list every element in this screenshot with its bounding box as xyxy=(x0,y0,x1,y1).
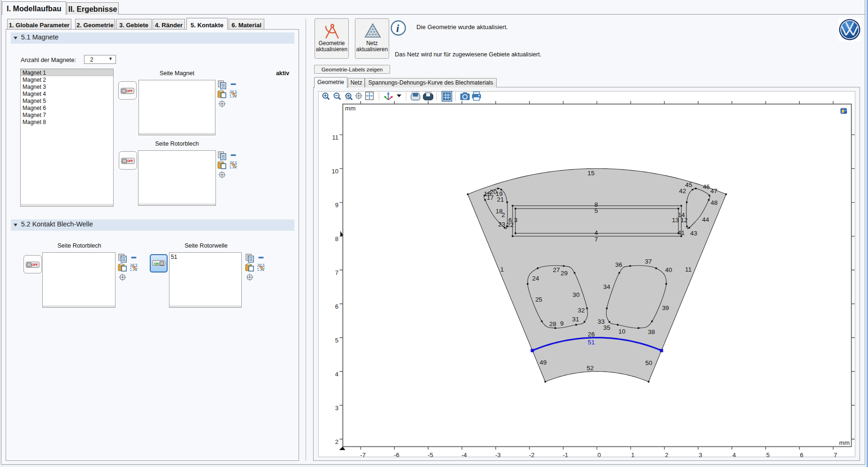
svg-text:7: 7 xyxy=(594,236,598,243)
svg-text:17: 17 xyxy=(487,194,494,201)
svg-text:-4: -4 xyxy=(461,451,467,459)
svg-text:21: 21 xyxy=(497,196,504,203)
svg-text:32: 32 xyxy=(578,307,585,314)
svg-text:mm: mm xyxy=(345,105,356,112)
svg-text:39: 39 xyxy=(662,304,669,311)
svg-text:48: 48 xyxy=(711,199,718,206)
svg-text:5: 5 xyxy=(335,337,338,344)
svg-text:9: 9 xyxy=(560,320,563,327)
svg-text:2: 2 xyxy=(501,211,505,218)
svg-text:15: 15 xyxy=(588,170,595,177)
svg-text:43: 43 xyxy=(690,230,697,237)
svg-text:2: 2 xyxy=(335,438,338,445)
svg-text:4: 4 xyxy=(335,371,338,378)
svg-text:7: 7 xyxy=(335,269,338,276)
svg-text:5: 5 xyxy=(594,207,598,214)
svg-text:7: 7 xyxy=(834,451,837,459)
svg-text:29: 29 xyxy=(561,270,568,277)
svg-text:-7: -7 xyxy=(360,451,366,459)
svg-text:3: 3 xyxy=(335,405,338,412)
svg-text:mm: mm xyxy=(839,439,850,446)
svg-text:-5: -5 xyxy=(428,451,433,459)
svg-text:31: 31 xyxy=(572,316,579,323)
svg-text:4: 4 xyxy=(594,229,598,236)
svg-text:47: 47 xyxy=(710,187,717,195)
svg-text:51: 51 xyxy=(588,339,595,346)
svg-text:8: 8 xyxy=(335,235,338,242)
svg-text:38: 38 xyxy=(648,328,655,335)
svg-text:25: 25 xyxy=(535,296,542,303)
svg-text:-2: -2 xyxy=(529,451,535,459)
svg-text:36: 36 xyxy=(615,261,622,268)
svg-text:41: 41 xyxy=(678,229,685,236)
svg-text:46: 46 xyxy=(703,183,710,190)
svg-text:10: 10 xyxy=(618,328,625,335)
svg-text:-6: -6 xyxy=(394,451,399,459)
svg-text:35: 35 xyxy=(603,324,610,331)
svg-text:2: 2 xyxy=(665,451,668,459)
svg-text:12: 12 xyxy=(681,217,688,224)
svg-text:45: 45 xyxy=(685,181,692,188)
svg-text:30: 30 xyxy=(573,291,580,298)
svg-text:6: 6 xyxy=(335,303,338,310)
svg-text:3: 3 xyxy=(514,217,517,224)
svg-text:22: 22 xyxy=(507,221,514,228)
svg-text:-3: -3 xyxy=(495,451,501,459)
svg-text:13: 13 xyxy=(672,217,679,224)
svg-text:44: 44 xyxy=(702,216,709,223)
svg-text:11: 11 xyxy=(685,266,691,273)
svg-text:24: 24 xyxy=(532,275,539,282)
svg-text:4: 4 xyxy=(732,451,736,459)
svg-text:5: 5 xyxy=(766,451,769,459)
svg-text:10: 10 xyxy=(332,168,338,175)
svg-text:42: 42 xyxy=(679,187,686,195)
svg-text:34: 34 xyxy=(603,283,610,290)
svg-text:49: 49 xyxy=(540,359,547,366)
svg-text:50: 50 xyxy=(645,359,652,366)
svg-text:40: 40 xyxy=(665,266,672,273)
svg-text:9: 9 xyxy=(335,202,338,209)
svg-text:27: 27 xyxy=(553,266,560,273)
svg-text:11: 11 xyxy=(332,134,339,141)
svg-text:23: 23 xyxy=(498,221,505,228)
svg-text:0: 0 xyxy=(598,451,601,459)
svg-text:1: 1 xyxy=(631,451,635,459)
svg-text:1: 1 xyxy=(500,266,504,273)
svg-text:-1: -1 xyxy=(563,451,568,459)
svg-text:6: 6 xyxy=(800,451,803,459)
svg-text:3: 3 xyxy=(699,451,702,459)
svg-text:52: 52 xyxy=(587,365,594,372)
svg-text:28: 28 xyxy=(549,320,556,327)
svg-text:37: 37 xyxy=(645,258,652,265)
svg-text:26: 26 xyxy=(588,331,595,338)
